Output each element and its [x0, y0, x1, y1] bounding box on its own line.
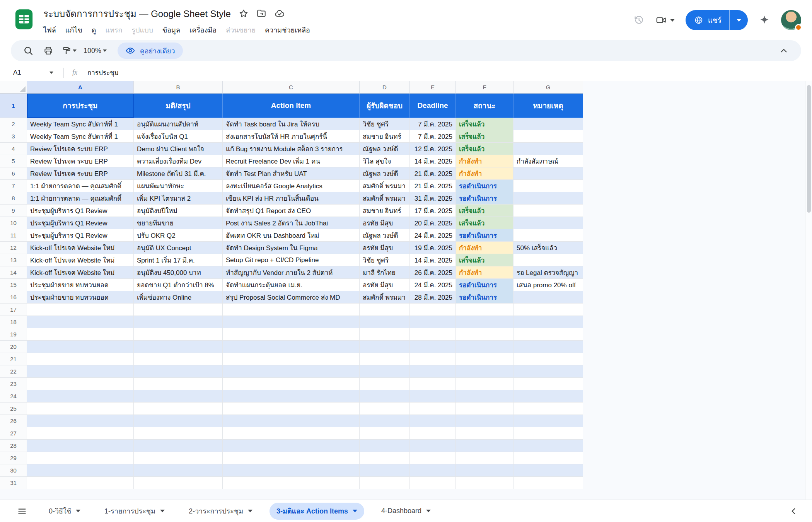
- row-number-23[interactable]: 23: [0, 378, 27, 390]
- header-cell-E[interactable]: Deadline: [410, 94, 456, 118]
- cell-A7[interactable]: 1:1 ฝ่ายการตลาด — คุณสมศักดิ์: [27, 180, 134, 192]
- cell-G25[interactable]: [513, 403, 583, 415]
- row-number-24[interactable]: 24: [0, 390, 27, 403]
- scroll-tabs-left-button[interactable]: [789, 506, 799, 516]
- cell-B24[interactable]: [134, 390, 223, 403]
- cell-F28[interactable]: [456, 440, 513, 452]
- cell-C6[interactable]: จัดทำ Test Plan สำหรับ UAT: [223, 167, 360, 180]
- cell-G13[interactable]: [513, 254, 583, 266]
- cell-B28[interactable]: [134, 440, 223, 452]
- cell-A2[interactable]: Weekly Team Sync สัปดาห์ที่ 1: [27, 118, 134, 130]
- cell-name-box[interactable]: A1: [13, 69, 53, 77]
- cell-E18[interactable]: [410, 316, 456, 328]
- cell-B9[interactable]: อนุมัติงบปีใหม่: [134, 205, 223, 217]
- cell-G2[interactable]: [513, 118, 583, 130]
- cell-F8[interactable]: รอดำเนินการ: [456, 192, 513, 205]
- cell-D27[interactable]: [360, 427, 410, 440]
- menu-edit[interactable]: แก้ไข: [61, 22, 87, 38]
- cell-E21[interactable]: [410, 353, 456, 365]
- cell-C16[interactable]: สรุป Proposal Social Commerce ส่ง MD: [223, 291, 360, 304]
- menu-data[interactable]: ข้อมูล: [158, 22, 185, 38]
- cell-F5[interactable]: กำลังทำ: [456, 155, 513, 167]
- cell-B11[interactable]: ปรับ OKR Q2: [134, 229, 223, 242]
- search-button[interactable]: [19, 42, 37, 60]
- cell-D11[interactable]: ณัฐพล วงษ์ดี: [360, 229, 410, 242]
- cell-F29[interactable]: [456, 452, 513, 464]
- row-number-8[interactable]: 8: [0, 192, 27, 205]
- cell-D19[interactable]: [360, 328, 410, 341]
- collapse-toolbar-button[interactable]: [775, 42, 793, 60]
- cell-C8[interactable]: เขียน KPI ส่ง HR ภายในสิ้นเดือน: [223, 192, 360, 205]
- row-number-21[interactable]: 21: [0, 353, 27, 365]
- cell-E11[interactable]: 24 มี.ค. 2025: [410, 229, 456, 242]
- cell-F14[interactable]: กำลังทำ: [456, 266, 513, 279]
- cell-A29[interactable]: [27, 452, 134, 464]
- cell-G14[interactable]: รอ Legal ตรวจสัญญา: [513, 266, 583, 279]
- cell-D17[interactable]: [360, 304, 410, 316]
- sheet-tab-3[interactable]: 3-มติและ Action Items: [270, 503, 364, 520]
- menu-view[interactable]: ดู: [87, 22, 101, 38]
- cell-C28[interactable]: [223, 440, 360, 452]
- cell-A11[interactable]: ประชุมผู้บริหาร Q1 Review: [27, 229, 134, 242]
- cell-E27[interactable]: [410, 427, 456, 440]
- cell-C24[interactable]: [223, 390, 360, 403]
- row-number-15[interactable]: 15: [0, 279, 27, 291]
- cell-D8[interactable]: สมศักดิ์ พรมมา: [360, 192, 410, 205]
- row-number-4[interactable]: 4: [0, 143, 27, 155]
- cell-B22[interactable]: [134, 365, 223, 378]
- cell-G30[interactable]: [513, 464, 583, 477]
- cell-A9[interactable]: ประชุมผู้บริหาร Q1 Review: [27, 205, 134, 217]
- cell-C9[interactable]: จัดทำสรุป Q1 Report ส่ง CEO: [223, 205, 360, 217]
- cell-D28[interactable]: [360, 440, 410, 452]
- cell-E29[interactable]: [410, 452, 456, 464]
- cell-F21[interactable]: [456, 353, 513, 365]
- cell-D23[interactable]: [360, 378, 410, 390]
- cell-G11[interactable]: [513, 229, 583, 242]
- cell-A20[interactable]: [27, 341, 134, 353]
- cell-F30[interactable]: [456, 464, 513, 477]
- cell-G26[interactable]: [513, 415, 583, 427]
- cell-F16[interactable]: รอดำเนินการ: [456, 291, 513, 304]
- cell-B31[interactable]: [134, 477, 223, 489]
- cell-E7[interactable]: 21 มี.ค. 2025: [410, 180, 456, 192]
- cell-G24[interactable]: [513, 390, 583, 403]
- row-number-19[interactable]: 19: [0, 328, 27, 341]
- cell-E8[interactable]: 31 มี.ค. 2025: [410, 192, 456, 205]
- move-folder-icon[interactable]: [256, 9, 266, 19]
- cell-A4[interactable]: Review โปรเจค ระบบ ERP: [27, 143, 134, 155]
- column-header-E[interactable]: E: [410, 81, 456, 94]
- paint-format-button[interactable]: [60, 46, 79, 55]
- cell-A8[interactable]: 1:1 ฝ่ายการตลาด — คุณสมศักดิ์: [27, 192, 134, 205]
- cell-A10[interactable]: ประชุมผู้บริหาร Q1 Review: [27, 217, 134, 229]
- cell-C5[interactable]: Recruit Freelance Dev เพิ่ม 1 คน: [223, 155, 360, 167]
- cell-D9[interactable]: สมชาย อินทร์: [360, 205, 410, 217]
- menu-help[interactable]: ความช่วยเหลือ: [260, 22, 315, 38]
- cell-E3[interactable]: 7 มี.ค. 2025: [410, 130, 456, 143]
- header-cell-C[interactable]: Action Item: [223, 94, 360, 118]
- cell-E22[interactable]: [410, 365, 456, 378]
- row-number-17[interactable]: 17: [0, 304, 27, 316]
- gemini-spark-icon[interactable]: [759, 14, 770, 26]
- cell-C20[interactable]: [223, 341, 360, 353]
- column-header-G[interactable]: G: [513, 81, 583, 94]
- cell-D24[interactable]: [360, 390, 410, 403]
- cell-D25[interactable]: [360, 403, 410, 415]
- cell-D30[interactable]: [360, 464, 410, 477]
- cell-C29[interactable]: [223, 452, 360, 464]
- cell-F13[interactable]: เสร็จแล้ว: [456, 254, 513, 266]
- cell-C13[interactable]: Setup Git repo + CI/CD Pipeline: [223, 254, 360, 266]
- sheet-tab-4[interactable]: 4-Dashboard: [374, 503, 438, 520]
- cell-C17[interactable]: [223, 304, 360, 316]
- cell-G27[interactable]: [513, 427, 583, 440]
- cell-A28[interactable]: [27, 440, 134, 452]
- cell-B17[interactable]: [134, 304, 223, 316]
- column-header-F[interactable]: F: [456, 81, 513, 94]
- cell-A25[interactable]: [27, 403, 134, 415]
- cell-E19[interactable]: [410, 328, 456, 341]
- cell-F26[interactable]: [456, 415, 513, 427]
- sheet-tab-1[interactable]: 1-รายการประชุม: [97, 503, 172, 520]
- cell-C27[interactable]: [223, 427, 360, 440]
- cell-D18[interactable]: [360, 316, 410, 328]
- cell-C25[interactable]: [223, 403, 360, 415]
- cell-F9[interactable]: เสร็จแล้ว: [456, 205, 513, 217]
